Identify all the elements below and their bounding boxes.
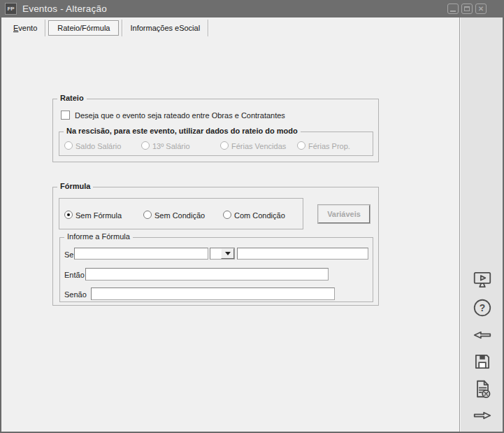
rateio-group-legend: Rateio [57, 94, 87, 102]
sidebar-toolbar: ? [459, 17, 503, 432]
tab-separator [45, 20, 45, 36]
se-input-right[interactable] [237, 248, 368, 260]
chevron-down-icon [225, 252, 231, 255]
formula-mode-panel: Sem Fórmula Sem Condição Com Condição [59, 198, 303, 229]
document-delete-icon [472, 378, 493, 399]
rateado-checkbox-label: Deseja que o evento seja rateado entre O… [75, 111, 285, 120]
radio-sem-condicao[interactable] [143, 211, 152, 219]
maximize-icon [464, 6, 470, 11]
senao-label: Senão [64, 290, 87, 299]
save-floppy-icon [472, 351, 493, 372]
tab-evento-label: Evento [13, 24, 37, 32]
radio-com-condicao[interactable] [223, 211, 231, 219]
main-pane: Evento Rateio/Fórmula Informações eSocia… [1, 17, 459, 432]
save-button[interactable] [472, 351, 493, 372]
help-icon: ? [472, 297, 493, 318]
rescisao-group-legend: Na rescisão, para este evento, utilizar … [64, 127, 301, 135]
radio-sem-condicao-label: Sem Condição [154, 211, 205, 220]
rateado-checkbox[interactable] [61, 111, 70, 120]
informe-formula-group: Informe a Fórmula Se Então Senão [59, 237, 373, 302]
tab-informacoes-esocial[interactable]: Informações eSocial [122, 20, 208, 36]
radio-sem-formula[interactable] [64, 211, 73, 219]
radio-ferias-prop-label: Férias Prop. [308, 142, 350, 150]
informe-formula-legend: Informe a Fórmula [64, 232, 133, 241]
window-title: Eventos - Alteração [22, 3, 107, 14]
close-icon: ✕ [476, 4, 486, 13]
tab-rateio-formula-label: Rateio/Fórmula [57, 24, 110, 32]
variaveis-button: Variáveis [318, 205, 370, 223]
radio-saldo-salario [64, 141, 73, 150]
radio-sem-formula-label: Sem Fórmula [75, 211, 122, 220]
radio-com-condicao-label: Com Condição [234, 211, 285, 220]
monitor-play-icon [472, 269, 493, 290]
minimize-button[interactable] [447, 3, 459, 14]
svg-text:?: ? [480, 302, 486, 313]
tab-bar: Evento Rateio/Fórmula Informações eSocia… [1, 17, 459, 38]
senao-input[interactable] [91, 288, 335, 300]
se-operator-combobox[interactable] [210, 248, 235, 260]
se-label: Se [64, 250, 73, 259]
window-eventos-alteracao: FP Eventos - Alteração ✕ Evento Rateio/F… [0, 0, 504, 433]
entao-label: Então [64, 271, 85, 279]
radio-ferias-prop [297, 141, 305, 150]
formula-group-legend: Fórmula [57, 182, 93, 190]
previous-button[interactable] [472, 325, 493, 346]
radio-ferias-vencidas-label: Férias Vencidas [231, 142, 286, 150]
minimize-icon [450, 10, 456, 12]
tab-rateio-formula[interactable]: Rateio/Fórmula [48, 20, 119, 36]
radio-13-salario [141, 141, 150, 150]
se-operator-value [210, 248, 221, 259]
maximize-button[interactable] [461, 3, 473, 14]
arrow-left-icon [472, 325, 493, 346]
radio-saldo-salario-label: Saldo Salário [75, 142, 121, 150]
radio-ferias-vencidas [220, 141, 229, 150]
rescisao-group: Na rescisão, para este evento, utilizar … [59, 132, 373, 156]
close-button[interactable]: ✕ [475, 3, 487, 14]
help-button[interactable]: ? [472, 297, 493, 318]
tab-evento[interactable]: Evento [6, 20, 45, 36]
next-button[interactable] [472, 405, 493, 426]
arrow-right-icon [472, 405, 493, 426]
rateio-group: Rateio Deseja que o evento seja rateado … [52, 99, 379, 162]
formula-group: Fórmula Sem Fórmula Sem Condição Com Con… [52, 187, 379, 306]
tab-informacoes-esocial-label: Informações eSocial [130, 24, 200, 32]
delete-record-button[interactable] [472, 378, 493, 399]
tab-separator [208, 20, 208, 36]
app-icon: FP [5, 3, 17, 15]
entao-input[interactable] [85, 268, 329, 281]
se-input-left[interactable] [74, 248, 208, 260]
combo-dropdown-button[interactable] [221, 248, 234, 259]
monitor-play-button[interactable] [472, 269, 493, 290]
radio-13-salario-label: 13º Salário [152, 142, 190, 150]
titlebar[interactable]: FP Eventos - Alteração ✕ [0, 0, 504, 17]
